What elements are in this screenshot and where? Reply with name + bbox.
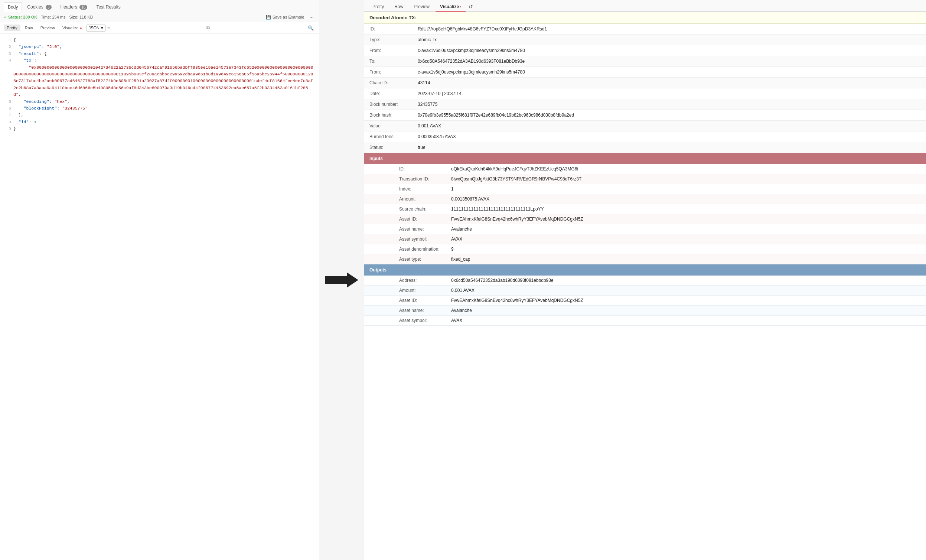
field-value: true [413,142,926,153]
table-row: Asset ID:FvwEAhmxKfeiG8SnEvq42hc6whRyY3E… [364,295,926,306]
arrow-icon [325,272,358,288]
indent-cell [364,254,394,265]
save-as-example-button[interactable]: 💾 Save as Example [266,15,304,20]
json-type-selector[interactable]: JSON ▾ [86,24,106,32]
table-row: ID:oQkEkaQkoKdh84kkA9uHqPueJCFqvTJhZKEEz… [364,164,926,174]
tab-test-results[interactable]: Test Results [92,3,124,12]
outputs-table: Address:0x6cd50a546472352da3ab190d6393f0… [364,275,926,326]
table-row: ID:RdUt7Aop8eHQ6FgbMrv48G6vFYZ7Dxo9XtFyH… [364,24,926,35]
field-value: AVAX [446,316,926,326]
right-tab-raw[interactable]: Raw [390,2,408,11]
field-label: Burned fees: [364,132,413,142]
time-item: Time: 254 ms [41,15,65,19]
field-label: Asset name: [394,306,446,316]
indent-cell [364,184,394,194]
field-value: AVAX [446,234,926,244]
copy-button[interactable]: ⧉ [205,24,211,32]
field-value: RdUt7Aop8eHQ6FgbMrv48G6vFYZ7Dxo9XtFyHeJG… [413,24,926,35]
field-label: Asset denomination: [394,244,446,254]
left-panel: Body Cookies 3 Headers 16 Test Results ✓… [0,0,319,560]
status-text: Status: 200 OK [8,15,37,19]
right-tab-visualize[interactable]: Visualize [436,2,466,12]
tabs-bar: Body Cookies 3 Headers 16 Test Results [0,0,319,12]
size-label: Size: 118 KB [69,15,93,19]
table-row: Asset name:Avalanche [364,224,926,234]
indent-cell [364,194,394,204]
tab-cookies[interactable]: Cookies 3 [23,3,55,12]
fmt-tab-preview[interactable]: Preview [38,24,58,31]
field-label: Source chain: [394,204,446,214]
tab-body[interactable]: Body [4,2,22,12]
code-line-6: 6 "blockHeight": "32435775" [4,105,315,112]
indent-cell [364,224,394,234]
table-row: Asset ID:FvwEAhmxKfeiG8SnEvq42hc6whRyY3E… [364,214,926,224]
field-value: 2023-07-10 | 20:37:14. [413,88,926,99]
field-value: FvwEAhmxKfeiG8SnEvq42hc6whRyY3EFYAvebMqD… [446,214,926,224]
right-tab-preview[interactable]: Preview [409,2,434,11]
fmt-tab-pretty[interactable]: Pretty [4,24,20,31]
table-row: From:c-avax1v6dj0uscvpckmpz3qjmleacysmh2… [364,67,926,78]
table-row: Type:atomic_tx [364,35,926,45]
time-label: Time: 254 ms [41,15,65,19]
more-options-button[interactable]: ··· [308,14,315,20]
field-value: atomic_tx [413,35,926,45]
indent-cell [364,295,394,306]
table-row: Chain ID:43114 [364,78,926,88]
field-label: Asset ID: [394,214,446,224]
field-value: 43114 [413,78,926,88]
indent-cell [364,214,394,224]
table-row: Asset symbol:AVAX [364,316,926,326]
table-row: Block hash:0x70e9fb3e9555a825f681f972e42… [364,110,926,121]
field-value: 0.001350875 AVAX [446,194,926,204]
tab-headers[interactable]: Headers 16 [57,3,91,12]
table-row: Source chain:111111111111111111111111111… [364,204,926,214]
table-row: Asset type:fixed_cap [364,254,926,265]
status-item: ✓ Status: 200 OK [4,15,37,20]
field-value: c-avax1v6dj0uscvpckmpz3qjmleacysmh29kns5… [413,45,926,56]
json-type-label: JSON [89,26,100,30]
field-value: FvwEAhmxKfeiG8SnEvq42hc6whRyY3EFYAvebMqD… [446,295,926,306]
field-label: Asset symbol: [394,316,446,326]
code-line-4a: 4 "tx": [4,57,315,64]
field-value: fixed_cap [446,254,926,265]
field-value: 8iwxQpsmQbJgAktG3b73YST9NRVEdGR9rNBVPw4C… [446,174,926,184]
code-line-4b: "0x000000000000000000000010427d4b22a278b… [4,64,315,98]
indent-cell [364,244,394,254]
check-icon: ✓ [4,15,7,20]
table-row: Status:true [364,142,926,153]
code-line-8: 8 "id": 1 [4,119,315,126]
code-line-9: 9 } [4,126,315,132]
field-value: Avalanche [446,306,926,316]
field-label: Status: [364,142,413,153]
field-label: Block number: [364,99,413,110]
inputs-table: ID:oQkEkaQkoKdh84kkA9uHqPueJCFqvTJhZKEEz… [364,164,926,265]
field-value: 1 [446,184,926,194]
field-value: oQkEkaQkoKdh84kkA9uHqPueJCFqvTJhZKEEzUcq… [446,164,926,174]
field-value: 0.001 AVAX [413,121,926,132]
indent-cell [364,275,394,286]
right-tab-pretty[interactable]: Pretty [368,2,388,11]
size-item: Size: 118 KB [69,15,93,19]
table-row: Asset symbol:AVAX [364,234,926,244]
table-row: Index:1 [364,184,926,194]
table-row: Asset name:Avalanche [364,306,926,316]
search-button[interactable]: 🔍 [306,24,315,32]
field-value: 0.001 AVAX [446,286,926,295]
field-value: 0x6cd50A546472352dA3AB190d6393F081eBbDb9… [413,56,926,67]
fmt-tab-raw[interactable]: Raw [22,24,36,31]
code-line-5: 5 "encoding": "hex", [4,98,315,105]
fmt-tab-visualize[interactable]: Visualize [59,24,85,31]
refresh-button[interactable]: ↺ [469,4,473,10]
field-value: 11111111111111111111111111111111LpoYY [446,204,926,214]
field-label: Address: [394,275,446,286]
table-row: Date:2023-07-10 | 20:37:14. [364,88,926,99]
decoded-section: Decoded Atomic TX: ID:RdUt7Aop8eHQ6FgbMr… [364,12,926,326]
table-row: Asset denomination:9 [364,244,926,254]
table-row: To:0x6cd50A546472352dA3AB190d6393F081eBb… [364,56,926,67]
field-label: Block hash: [364,110,413,121]
field-value: 32435775 [413,99,926,110]
decoded-header: Decoded Atomic TX: [364,12,926,24]
code-line-3: 3 "result": { [4,50,315,57]
field-label: ID: [364,24,413,35]
chevron-down-icon: ▾ [101,26,103,30]
